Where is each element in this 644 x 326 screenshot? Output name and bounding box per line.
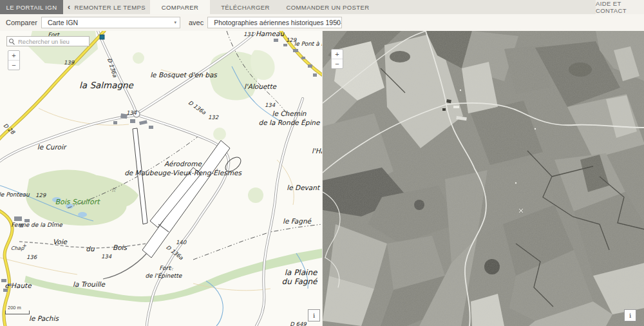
map-label: 132 — [208, 115, 218, 120]
map-label: l'Alouette — [244, 83, 276, 90]
map-label: le Chemin — [272, 110, 307, 117]
map-label: la Trouille — [73, 281, 105, 288]
map-label: Aérodrome — [164, 160, 202, 168]
map-zoom-control: + − — [8, 50, 20, 70]
zoom-in-button[interactable]: + — [332, 50, 343, 59]
map-label: du — [86, 245, 94, 253]
map-label: 134 — [265, 102, 275, 108]
scale-label: 200 m — [8, 305, 21, 311]
map-label: Voie — [53, 238, 67, 245]
tab-remonter-label: REMONTER LE TEMPS — [74, 4, 146, 11]
back-chevron-icon: ‹ — [68, 3, 70, 11]
right-layer-select[interactable]: Photographies aériennes historiques 1950… — [207, 17, 342, 28]
compare-toolbar: Comparer Carte IGN ▾ avec Photographies … — [0, 14, 644, 31]
map-scale-bar: 200 m — [5, 306, 28, 314]
tab-remonter-le-temps[interactable]: ‹ REMONTER LE TEMPS — [63, 0, 150, 14]
compare-label: Comparer — [6, 19, 37, 26]
map-label: le Bosquet d'en bas — [150, 72, 217, 79]
map-label: le Curoir — [37, 144, 66, 151]
tabs-strip: LE PORTAIL IGN ‹ REMONTER LE TEMPS COMPA… — [0, 0, 596, 14]
tab-filler — [375, 0, 596, 14]
zoom-in-button[interactable]: + — [8, 51, 19, 61]
scale-bracket — [5, 311, 30, 314]
map-label: de l'Épinette — [146, 273, 182, 279]
zoom-out-button[interactable]: − — [332, 59, 343, 68]
help-and-contact-link[interactable]: AIDE ET CONTACT — [596, 0, 644, 14]
map-label: la Salmagne — [79, 81, 133, 90]
map-label: le Ponteau — [0, 192, 30, 198]
dropdown-arrow-icon: ▾ — [174, 20, 176, 25]
app-window: LE PORTAIL IGN ‹ REMONTER LE TEMPS COMPA… — [0, 0, 644, 326]
left-layer-select[interactable]: Carte IGN ▾ — [41, 17, 180, 28]
map-label: 129 — [35, 193, 46, 198]
map-label: 134 — [126, 110, 137, 116]
map-label: Chap — [11, 246, 24, 251]
tab-commander-un-poster[interactable]: COMMANDER UN POSTER — [281, 0, 375, 14]
map-label: Ferme de la Dîme — [11, 222, 62, 228]
map-label: Bois — [113, 244, 127, 251]
map-label: 131 — [243, 32, 254, 37]
map-label: la Plaine — [285, 269, 317, 276]
map-label: le Devant du — [287, 184, 322, 191]
map-label: Bois Sculfort — [55, 198, 99, 206]
map-label: e Haute — [5, 282, 31, 289]
tab-comparer[interactable]: COMPARER — [150, 0, 210, 14]
map-label: de la Ronde Épine — [259, 119, 320, 126]
map-label: du Fagné — [282, 278, 317, 285]
map-label: le Pachis — [29, 315, 59, 322]
right-layer-value: Photographies aériennes historiques 1950… — [214, 19, 342, 26]
aerial-photo-panel[interactable]: + − i — [322, 31, 644, 326]
map-label: Fort — [159, 265, 171, 271]
left-layer-value: Carte IGN — [48, 19, 78, 26]
search-input[interactable] — [17, 37, 87, 46]
map-info-button[interactable]: i — [308, 309, 320, 321]
map-label: le Fagné — [283, 218, 311, 225]
map-label: D 649 — [290, 321, 306, 326]
photo-zoom-control: + − — [331, 49, 343, 69]
search-box[interactable] — [6, 36, 90, 46]
photo-info-button[interactable]: i — [624, 309, 636, 321]
search-icon — [9, 39, 14, 44]
map-label: 134 — [101, 254, 111, 260]
map-label: 136 — [26, 254, 37, 260]
ign-map-panel[interactable]: ☆ ☆ + Fort139D 136ala Salmagnele Bosquet… — [0, 31, 322, 326]
map-label: Hameau — [256, 31, 284, 37]
tab-telecharger[interactable]: TÉLÉCHARGER — [210, 0, 281, 14]
svg-text:☆: ☆ — [111, 186, 117, 193]
map-label: 139 — [64, 60, 74, 66]
tab-portail-ign[interactable]: LE PORTAIL IGN — [0, 0, 63, 14]
top-tab-bar: LE PORTAIL IGN ‹ REMONTER LE TEMPS COMPA… — [0, 0, 644, 14]
aerial-photo-art — [323, 31, 644, 326]
dropdown-arrow-icon: ▾ — [336, 20, 339, 25]
map-label: 140 — [176, 240, 186, 245]
map-label: de Maubeuge-Vieux-Reng-Élesmes — [124, 169, 242, 177]
map-label: le Pont à N — [294, 41, 322, 47]
with-label: avec — [189, 19, 204, 26]
zoom-out-button[interactable]: − — [8, 61, 19, 70]
map-label: l'Ha — [312, 148, 322, 155]
